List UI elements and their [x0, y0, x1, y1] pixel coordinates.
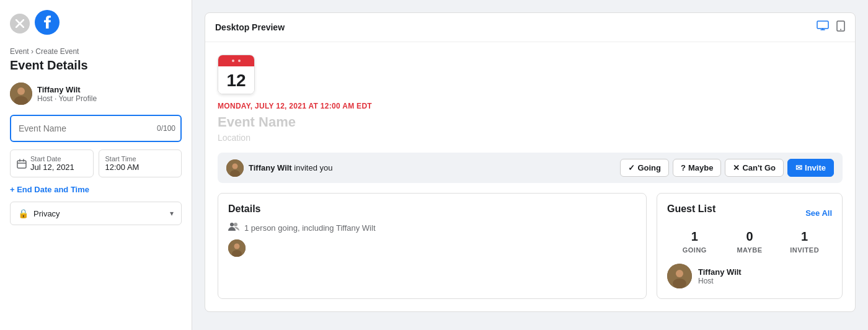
see-all-link[interactable]: See All [805, 208, 832, 218]
start-date-field[interactable]: Start Date Jul 12, 2021 [10, 149, 94, 177]
invite-bar: Tiffany Wilt invited you ✓ Going ? Maybe… [218, 153, 843, 183]
invite-bar-buttons: ✓ Going ? Maybe ✕ Can't Go ✉ Invite [620, 159, 834, 177]
svg-point-11 [230, 223, 234, 226]
details-card: Details 1 person going, including Tiffan… [218, 193, 647, 299]
details-title: Details [228, 203, 636, 215]
chevron-down-icon: ▾ [170, 209, 174, 218]
sidebar: Event › Create Event Event Details Tiffa… [0, 0, 192, 330]
svg-rect-4 [17, 161, 26, 168]
going-row: 1 person going, including Tiffany Wilt [228, 222, 636, 233]
start-time-value: 12:00 AM [105, 163, 140, 172]
host-info: Tiffany Wilt Host · Your Profile [37, 85, 97, 103]
privacy-select[interactable]: 🔒 Privacy ▾ [10, 202, 182, 225]
maybe-label: Maybe [688, 163, 713, 172]
invite-envelope-icon: ✉ [795, 163, 802, 172]
host-avatar-small [226, 159, 244, 177]
cant-go-icon: ✕ [733, 163, 740, 172]
svg-point-18 [673, 279, 686, 288]
guest-header: Guest List See All [667, 203, 832, 222]
svg-point-9 [232, 163, 238, 169]
maybe-count-item: 0 MAYBE [722, 230, 777, 255]
guest-person-role: Host [698, 277, 742, 285]
char-count: 0/100 [157, 124, 175, 133]
main-content: Desktop Preview [192, 0, 868, 330]
guest-person-avatar [667, 264, 692, 288]
bottom-cards: Details 1 person going, including Tiffan… [218, 193, 843, 299]
host-name: Tiffany Wilt [37, 85, 97, 94]
invited-text: Tiffany Wilt invited you [249, 163, 332, 172]
svg-point-2 [17, 87, 25, 95]
maybe-icon: ? [681, 163, 686, 172]
going-count: 1 [667, 230, 722, 244]
start-time-label: Start Time [105, 155, 175, 163]
invited-label: invited you [294, 163, 332, 172]
preview-header: Desktop Preview [205, 13, 855, 42]
people-icon [228, 222, 239, 233]
svg-point-7 [840, 29, 841, 30]
invite-button[interactable]: ✉ Invite [787, 159, 834, 177]
guest-person-row: Tiffany Wilt Host [667, 264, 832, 288]
breadcrumb: Event › Create Event [10, 47, 182, 56]
inviter-name: Tiffany Wilt [249, 163, 292, 172]
date-time-row: Start Date Jul 12, 2021 Start Time 12:00… [10, 149, 182, 177]
preview-icons [817, 20, 845, 34]
cant-go-label: Can't Go [742, 163, 776, 172]
invited-count: 1 [777, 230, 832, 244]
guest-card: Guest List See All 1 GOING 0 MAYBE [657, 193, 843, 299]
going-label: Going [637, 163, 661, 172]
preview-body: 12 MONDAY, JULY 12, 2021 AT 12:00 AM EDT… [205, 42, 855, 311]
svg-point-12 [234, 223, 237, 226]
event-date-text: MONDAY, JULY 12, 2021 AT 12:00 AM EDT [218, 102, 843, 110]
svg-rect-5 [817, 21, 828, 29]
guest-list-title: Guest List [667, 203, 715, 215]
add-end-time[interactable]: + End Date and Time [10, 185, 182, 194]
avatar [10, 82, 32, 105]
host-sub: Host · Your Profile [37, 94, 97, 103]
going-check-icon: ✓ [628, 163, 635, 172]
lock-icon: 🔒 [18, 208, 29, 218]
cal-day: 12 [218, 66, 254, 94]
maybe-button[interactable]: ? Maybe [673, 159, 721, 177]
start-date-value: Jul 12, 2021 [30, 163, 74, 172]
preview-title: Desktop Preview [215, 22, 285, 32]
going-button[interactable]: ✓ Going [620, 159, 669, 177]
facebook-logo [35, 10, 60, 37]
maybe-count-label: MAYBE [737, 246, 762, 254]
guest-avatar [228, 239, 246, 257]
svg-point-14 [234, 244, 240, 249]
event-name-wrapper: 0/100 [10, 115, 182, 142]
going-count-label: GOING [683, 246, 707, 254]
invite-label: Invite [805, 163, 826, 172]
event-name-input[interactable] [10, 115, 182, 142]
page-title: Event Details [10, 58, 182, 73]
top-icons [10, 10, 182, 37]
preview-panel: Desktop Preview [205, 12, 856, 312]
event-location-preview: Location [218, 133, 843, 143]
going-text: 1 person going, including Tiffany Wilt [244, 223, 376, 233]
cal-top [218, 55, 254, 66]
guest-person-name: Tiffany Wilt [698, 267, 742, 277]
start-date-label: Start Date [30, 155, 74, 163]
start-time-field[interactable]: Start Time 12:00 AM [99, 149, 182, 177]
maybe-count: 0 [722, 230, 777, 244]
event-name-preview: Event Name [218, 114, 843, 130]
guest-person-info: Tiffany Wilt Host [698, 267, 742, 285]
guest-counts: 1 GOING 0 MAYBE 1 INVITED [667, 230, 832, 255]
going-count-item: 1 GOING [667, 230, 722, 255]
svg-point-17 [676, 270, 683, 277]
host-row: Tiffany Wilt Host · Your Profile [10, 82, 182, 105]
close-button[interactable] [10, 14, 30, 33]
privacy-label: Privacy [33, 209, 165, 218]
invited-count-label: INVITED [790, 246, 819, 254]
cant-go-button[interactable]: ✕ Can't Go [725, 159, 784, 177]
invited-count-item: 1 INVITED [777, 230, 832, 255]
monitor-icon[interactable] [817, 20, 829, 34]
tablet-icon[interactable] [836, 20, 845, 34]
invite-bar-left: Tiffany Wilt invited you [226, 159, 614, 177]
calendar-icon: 12 [218, 55, 255, 94]
